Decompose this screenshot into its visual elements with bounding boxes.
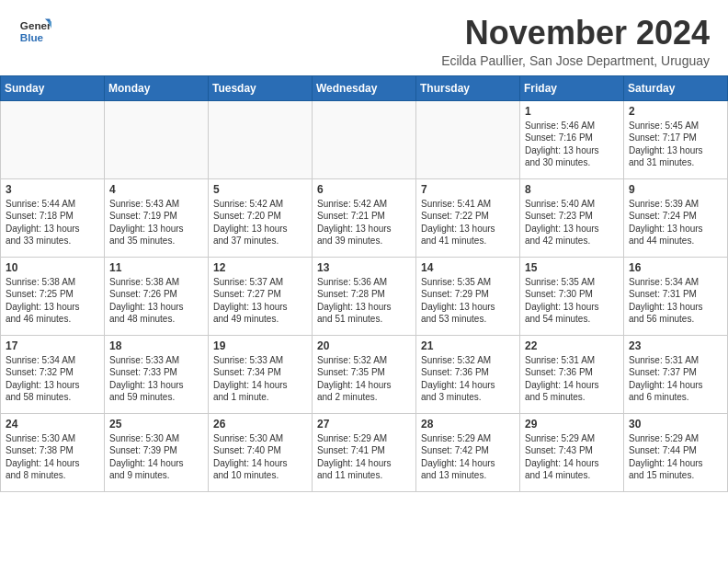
day-info: Sunrise: 5:29 AM Sunset: 7:43 PM Dayligh…	[525, 432, 619, 482]
day-number: 11	[109, 261, 203, 274]
day-number: 23	[629, 339, 722, 352]
day-number: 7	[421, 183, 515, 196]
day-number: 13	[317, 261, 411, 274]
calendar-cell: 6Sunrise: 5:42 AM Sunset: 7:21 PM Daylig…	[313, 178, 416, 257]
day-number: 3	[6, 183, 99, 196]
day-number: 16	[629, 261, 722, 274]
calendar-cell: 23Sunrise: 5:31 AM Sunset: 7:37 PM Dayli…	[624, 335, 728, 413]
day-number: 26	[213, 418, 307, 431]
calendar-cell: 15Sunrise: 5:35 AM Sunset: 7:30 PM Dayli…	[520, 257, 624, 335]
svg-text:General: General	[20, 19, 51, 31]
day-info: Sunrise: 5:32 AM Sunset: 7:35 PM Dayligh…	[317, 354, 411, 404]
day-number: 22	[525, 339, 619, 352]
day-number: 25	[109, 418, 203, 431]
col-header-thursday: Thursday	[416, 75, 520, 100]
week-row-5: 24Sunrise: 5:30 AM Sunset: 7:38 PM Dayli…	[1, 413, 728, 491]
calendar-cell: 10Sunrise: 5:38 AM Sunset: 7:25 PM Dayli…	[1, 257, 105, 335]
day-info: Sunrise: 5:36 AM Sunset: 7:28 PM Dayligh…	[317, 276, 411, 326]
calendar-cell: 20Sunrise: 5:32 AM Sunset: 7:35 PM Dayli…	[313, 335, 416, 413]
day-info: Sunrise: 5:37 AM Sunset: 7:27 PM Dayligh…	[213, 276, 307, 326]
day-number: 1	[525, 105, 619, 118]
calendar-cell: 8Sunrise: 5:40 AM Sunset: 7:23 PM Daylig…	[520, 178, 624, 257]
calendar-table: SundayMondayTuesdayWednesdayThursdayFrid…	[0, 75, 728, 492]
calendar-cell: 9Sunrise: 5:39 AM Sunset: 7:24 PM Daylig…	[624, 178, 728, 257]
week-row-3: 10Sunrise: 5:38 AM Sunset: 7:25 PM Dayli…	[1, 257, 728, 335]
day-info: Sunrise: 5:33 AM Sunset: 7:34 PM Dayligh…	[213, 354, 307, 404]
day-number: 14	[421, 261, 515, 274]
day-info: Sunrise: 5:41 AM Sunset: 7:22 PM Dayligh…	[421, 198, 515, 247]
subtitle: Ecilda Paullier, San Jose Department, Ur…	[441, 53, 710, 68]
day-info: Sunrise: 5:34 AM Sunset: 7:31 PM Dayligh…	[629, 276, 722, 326]
day-info: Sunrise: 5:32 AM Sunset: 7:36 PM Dayligh…	[421, 354, 515, 404]
week-row-2: 3Sunrise: 5:44 AM Sunset: 7:18 PM Daylig…	[1, 178, 728, 257]
day-info: Sunrise: 5:35 AM Sunset: 7:30 PM Dayligh…	[525, 276, 619, 326]
col-header-wednesday: Wednesday	[313, 75, 416, 100]
day-number: 21	[421, 339, 515, 352]
calendar-cell	[209, 100, 313, 178]
day-number: 10	[6, 261, 99, 274]
calendar-cell	[105, 100, 209, 178]
day-number: 5	[213, 183, 307, 196]
day-number: 28	[421, 418, 515, 431]
week-row-1: 1Sunrise: 5:46 AM Sunset: 7:16 PM Daylig…	[1, 100, 728, 178]
col-header-friday: Friday	[520, 75, 624, 100]
day-info: Sunrise: 5:30 AM Sunset: 7:39 PM Dayligh…	[109, 432, 203, 482]
day-number: 18	[109, 339, 203, 352]
day-info: Sunrise: 5:39 AM Sunset: 7:24 PM Dayligh…	[629, 198, 722, 247]
calendar-cell: 12Sunrise: 5:37 AM Sunset: 7:27 PM Dayli…	[209, 257, 313, 335]
calendar-cell: 21Sunrise: 5:32 AM Sunset: 7:36 PM Dayli…	[416, 335, 520, 413]
day-info: Sunrise: 5:42 AM Sunset: 7:20 PM Dayligh…	[213, 198, 307, 247]
page-header: General Blue November 2024 Ecilda Paulli…	[0, 0, 728, 75]
calendar-cell: 29Sunrise: 5:29 AM Sunset: 7:43 PM Dayli…	[520, 413, 624, 491]
calendar-cell	[416, 100, 520, 178]
day-info: Sunrise: 5:35 AM Sunset: 7:29 PM Dayligh…	[421, 276, 515, 326]
day-info: Sunrise: 5:31 AM Sunset: 7:37 PM Dayligh…	[629, 354, 722, 404]
calendar-cell: 4Sunrise: 5:43 AM Sunset: 7:19 PM Daylig…	[105, 178, 209, 257]
calendar-cell: 14Sunrise: 5:35 AM Sunset: 7:29 PM Dayli…	[416, 257, 520, 335]
day-number: 19	[213, 339, 307, 352]
day-info: Sunrise: 5:31 AM Sunset: 7:36 PM Dayligh…	[525, 354, 619, 404]
day-info: Sunrise: 5:30 AM Sunset: 7:40 PM Dayligh…	[213, 432, 307, 482]
logo: General Blue	[18, 15, 51, 48]
calendar-header-row: SundayMondayTuesdayWednesdayThursdayFrid…	[1, 75, 728, 100]
svg-text:Blue: Blue	[20, 31, 44, 43]
day-info: Sunrise: 5:43 AM Sunset: 7:19 PM Dayligh…	[109, 198, 203, 247]
day-info: Sunrise: 5:29 AM Sunset: 7:41 PM Dayligh…	[317, 432, 411, 482]
day-number: 6	[317, 183, 411, 196]
calendar-cell: 1Sunrise: 5:46 AM Sunset: 7:16 PM Daylig…	[520, 100, 624, 178]
day-number: 15	[525, 261, 619, 274]
day-info: Sunrise: 5:29 AM Sunset: 7:44 PM Dayligh…	[629, 432, 722, 482]
week-row-4: 17Sunrise: 5:34 AM Sunset: 7:32 PM Dayli…	[1, 335, 728, 413]
col-header-sunday: Sunday	[1, 75, 105, 100]
calendar-cell: 17Sunrise: 5:34 AM Sunset: 7:32 PM Dayli…	[1, 335, 105, 413]
day-number: 29	[525, 418, 619, 431]
calendar-cell: 22Sunrise: 5:31 AM Sunset: 7:36 PM Dayli…	[520, 335, 624, 413]
calendar-cell: 2Sunrise: 5:45 AM Sunset: 7:17 PM Daylig…	[624, 100, 728, 178]
calendar-cell: 5Sunrise: 5:42 AM Sunset: 7:20 PM Daylig…	[209, 178, 313, 257]
calendar-cell: 30Sunrise: 5:29 AM Sunset: 7:44 PM Dayli…	[624, 413, 728, 491]
day-number: 27	[317, 418, 411, 431]
calendar-cell: 7Sunrise: 5:41 AM Sunset: 7:22 PM Daylig…	[416, 178, 520, 257]
day-info: Sunrise: 5:30 AM Sunset: 7:38 PM Dayligh…	[6, 432, 99, 482]
calendar-cell: 19Sunrise: 5:33 AM Sunset: 7:34 PM Dayli…	[209, 335, 313, 413]
calendar-cell: 28Sunrise: 5:29 AM Sunset: 7:42 PM Dayli…	[416, 413, 520, 491]
day-info: Sunrise: 5:40 AM Sunset: 7:23 PM Dayligh…	[525, 198, 619, 247]
calendar-cell	[1, 100, 105, 178]
day-info: Sunrise: 5:34 AM Sunset: 7:32 PM Dayligh…	[6, 354, 99, 404]
day-number: 4	[109, 183, 203, 196]
day-info: Sunrise: 5:42 AM Sunset: 7:21 PM Dayligh…	[317, 198, 411, 247]
logo-icon: General Blue	[18, 15, 51, 48]
col-header-monday: Monday	[105, 75, 209, 100]
day-info: Sunrise: 5:33 AM Sunset: 7:33 PM Dayligh…	[109, 354, 203, 404]
day-number: 8	[525, 183, 619, 196]
calendar-cell: 11Sunrise: 5:38 AM Sunset: 7:26 PM Dayli…	[105, 257, 209, 335]
calendar-cell: 3Sunrise: 5:44 AM Sunset: 7:18 PM Daylig…	[1, 178, 105, 257]
title-block: November 2024 Ecilda Paullier, San Jose …	[441, 15, 710, 68]
day-info: Sunrise: 5:45 AM Sunset: 7:17 PM Dayligh…	[629, 120, 722, 169]
day-info: Sunrise: 5:38 AM Sunset: 7:26 PM Dayligh…	[109, 276, 203, 326]
col-header-tuesday: Tuesday	[209, 75, 313, 100]
calendar-cell: 18Sunrise: 5:33 AM Sunset: 7:33 PM Dayli…	[105, 335, 209, 413]
calendar-cell: 25Sunrise: 5:30 AM Sunset: 7:39 PM Dayli…	[105, 413, 209, 491]
calendar-cell: 27Sunrise: 5:29 AM Sunset: 7:41 PM Dayli…	[313, 413, 416, 491]
calendar-cell: 24Sunrise: 5:30 AM Sunset: 7:38 PM Dayli…	[1, 413, 105, 491]
